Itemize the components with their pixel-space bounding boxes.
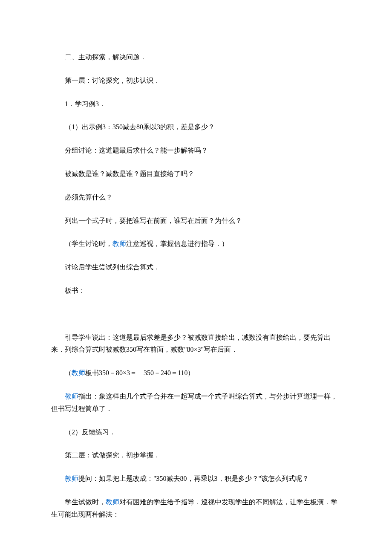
teacher-link[interactable]: 教师 — [65, 393, 78, 400]
paragraph — [51, 308, 341, 321]
paragraph: 被减数是谁？减数是谁？题目直接给了吗？ — [51, 168, 341, 180]
paragraph: 教师指出：象这样由几个式子合并在一起写成一个式子叫综合算式，与分步计算道理一样，… — [51, 390, 341, 415]
text-fragment: 指出：象这样由几个式子合并在一起写成一个式子叫综合算式，与分步计算道理一样，但书… — [51, 393, 337, 412]
document-page: 二、主动探索，解决问题．第一层：讨论探究，初步认识．1．学习例3．（1）出示例3… — [0, 0, 392, 555]
text-fragment: 板书350－80×3＝ 350－240＝110） — [85, 369, 194, 376]
paragraph: 第二层：试做探究，初步掌握． — [51, 449, 341, 462]
paragraph: 第一层：讨论探究，初步认识． — [51, 75, 341, 87]
paragraph: 教师提问：如果把上题改成："350减去80，再乘以3，积是多少？"该怎么列式呢？ — [51, 473, 341, 485]
paragraph: （学生讨论时，教师注意巡视，掌握信息进行指导．） — [51, 238, 341, 250]
paragraph: 板书： — [51, 285, 341, 297]
text-fragment: （ — [65, 369, 72, 376]
text-fragment: 提问：如果把上题改成："350减去80，再乘以3，积是多少？"该怎么列式呢？ — [78, 475, 309, 482]
paragraph: 分组讨论：这道题最后求什么？能一步解答吗？ — [51, 145, 341, 157]
paragraph — [51, 532, 341, 544]
teacher-link[interactable]: 教师 — [72, 369, 85, 376]
teacher-link[interactable]: 教师 — [112, 240, 126, 247]
paragraph: 讨论后学生尝试列出综合算式． — [51, 261, 341, 274]
document-content: 二、主动探索，解决问题．第一层：讨论探究，初步认识．1．学习例3．（1）出示例3… — [51, 51, 341, 555]
text-fragment: 学生试做时， — [65, 498, 106, 506]
paragraph: 学生试做时，教师对有困难的学生给予指导．巡视中发现学生的不同解法，让学生板演．学… — [51, 496, 341, 521]
paragraph: 引导学生说出：这道题最后求差是多少？被减数直接给出，减数没有直接给出，要先算出来… — [51, 332, 341, 356]
paragraph: （教师板书350－80×3＝ 350－240＝110） — [51, 367, 341, 379]
teacher-link[interactable]: 教师 — [106, 498, 119, 506]
text-fragment: 注意巡视，掌握信息进行指导．） — [126, 240, 228, 247]
paragraph: （2）反馈练习． — [51, 426, 341, 439]
paragraph: 二、主动探索，解决问题． — [51, 51, 341, 64]
paragraph: 列出一个式子时，要把谁写在前面，谁写在后面？为什么？ — [51, 215, 341, 227]
paragraph: 1．学习例3． — [51, 98, 341, 110]
teacher-link[interactable]: 教师 — [65, 475, 78, 482]
paragraph: （1）出示例3：350减去80乘以3的积，差是多少？ — [51, 121, 341, 133]
paragraph: 必须先算什么？ — [51, 191, 341, 204]
text-fragment: （学生讨论时， — [65, 240, 112, 247]
